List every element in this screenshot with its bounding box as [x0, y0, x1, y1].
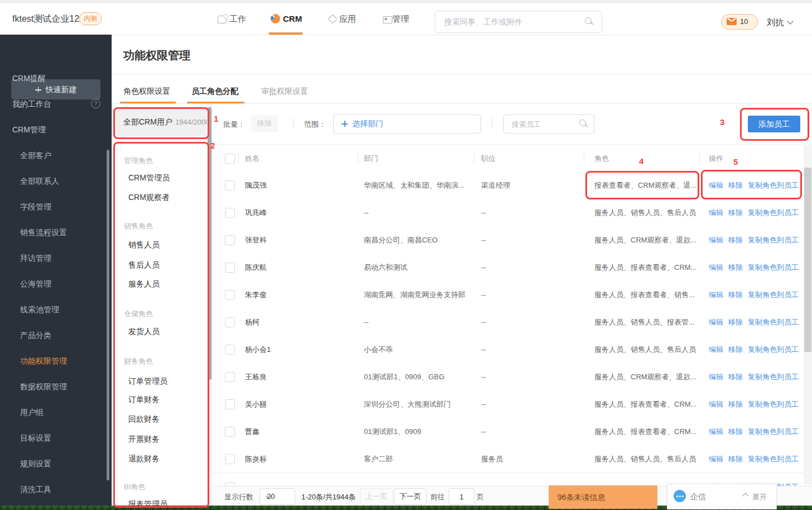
global-search-input[interactable] — [443, 16, 574, 28]
prev-page-button[interactable]: 上一页 — [360, 488, 393, 505]
role-item-order-finance[interactable]: 订单财务 — [128, 394, 160, 404]
copy-role-link[interactable]: 复制角色到员工 — [748, 236, 799, 244]
edit-link[interactable]: 编辑 — [709, 236, 723, 244]
role-item-sales[interactable]: 销售人员 — [128, 240, 160, 250]
row-checkbox[interactable] — [225, 235, 235, 245]
role-item-aftersales[interactable]: 售后人员 — [128, 260, 160, 270]
nav-item-apps[interactable]: 应用 — [339, 14, 356, 25]
expand-label[interactable]: 展开 — [752, 492, 767, 502]
copy-role-link[interactable]: 复制角色到员工 — [748, 318, 799, 326]
remove-link[interactable]: 移除 — [728, 427, 743, 436]
remove-link[interactable]: 移除 — [728, 181, 743, 189]
copy-role-link[interactable]: 复制角色到员工 — [748, 181, 799, 189]
copy-role-link[interactable]: 复制角色到员工 — [748, 345, 799, 354]
role-item-invoice-finance[interactable]: 开票财务 — [128, 434, 160, 444]
sidebar-scrollbar-thumb[interactable] — [107, 150, 109, 480]
edit-link[interactable]: 编辑 — [709, 208, 723, 217]
copy-role-link[interactable]: 复制角色到员工 — [748, 208, 799, 217]
sidebar-item-lead-pool[interactable]: 线索池管理 — [20, 304, 59, 314]
role-item-shipping[interactable]: 发货人员 — [128, 326, 160, 336]
edit-link[interactable]: 编辑 — [709, 345, 723, 354]
sidebar-item-sales-flow[interactable]: 销售流程设置 — [20, 227, 67, 237]
tab-approval-permission[interactable]: 审批权限设置 — [261, 86, 308, 96]
row-checkbox[interactable] — [225, 345, 235, 355]
row-checkbox[interactable] — [225, 180, 235, 190]
sidebar-item-all-customers[interactable]: 全部客户 — [20, 150, 51, 160]
row-checkbox[interactable] — [225, 454, 235, 464]
select-department-box[interactable]: 选择部门 — [333, 115, 481, 134]
edit-link[interactable]: 编辑 — [709, 290, 723, 299]
copy-role-link[interactable]: 复制角色到员工 — [748, 290, 799, 299]
sidebar-item-all-contacts[interactable]: 全部联系人 — [20, 176, 59, 186]
role-item-crm-observer[interactable]: CRM观察者 — [128, 192, 170, 202]
remove-link[interactable]: 移除 — [728, 236, 743, 244]
chevron-down-icon[interactable] — [787, 18, 793, 24]
edit-link[interactable]: 编辑 — [709, 263, 723, 271]
sidebar-item-visit-mgmt[interactable]: 拜访管理 — [20, 253, 51, 263]
remove-link[interactable]: 移除 — [728, 455, 743, 463]
edit-link[interactable]: 编辑 — [709, 455, 723, 463]
user-menu[interactable]: 刘抗 — [767, 17, 784, 28]
nav-item-admin[interactable]: 管理 — [392, 14, 409, 25]
remove-link[interactable]: 移除 — [728, 208, 743, 217]
copy-role-link[interactable]: 复制角色到员工 — [748, 373, 799, 381]
row-checkbox[interactable] — [225, 399, 235, 409]
sidebar-item-public-sea[interactable]: 公海管理 — [20, 279, 51, 289]
row-checkbox[interactable] — [225, 290, 235, 300]
tab-employee-role[interactable]: 员工角色分配 — [191, 86, 238, 96]
copy-role-link[interactable]: 复制角色到员工 — [748, 455, 799, 463]
rows-per-page-select[interactable]: 20 — [260, 488, 295, 505]
edit-link[interactable]: 编辑 — [709, 373, 723, 381]
remove-link[interactable]: 移除 — [728, 400, 743, 408]
row-checkbox[interactable] — [225, 263, 235, 273]
role-item-payment-finance[interactable]: 回款财务 — [128, 414, 160, 424]
edit-link[interactable]: 编辑 — [709, 400, 723, 408]
role-item-order-admin[interactable]: 订单管理员 — [128, 376, 167, 386]
unread-messages-toast[interactable]: 96条未读信息 — [549, 485, 657, 509]
sidebar-item-product-category[interactable]: 产品分类 — [20, 330, 51, 340]
next-page-button[interactable]: 下一页 — [394, 488, 426, 505]
role-item-service[interactable]: 服务人员 — [128, 279, 160, 289]
sidebar-item-clean-tool[interactable]: 清洗工具 — [20, 484, 51, 494]
edit-link[interactable]: 编辑 — [709, 427, 723, 436]
copy-role-link[interactable]: 复制角色到员工 — [748, 263, 799, 271]
table-scrollbar-thumb[interactable] — [804, 168, 811, 352]
employee-search-input[interactable] — [511, 118, 574, 130]
sidebar-item-crm-admin[interactable]: CRM管理 — [12, 125, 46, 135]
copy-role-link[interactable]: 复制角色到员工 — [748, 400, 799, 408]
tab-role-permission[interactable]: 角色权限设置 — [123, 86, 170, 96]
plus-icon — [35, 87, 41, 93]
sidebar-item-user-group[interactable]: 用户组 — [20, 407, 44, 417]
add-employee-button[interactable]: 添加员工 — [748, 116, 800, 132]
remove-link[interactable]: 移除 — [728, 318, 743, 326]
batch-remove-button[interactable]: 移除 — [251, 115, 278, 132]
remove-link[interactable]: 移除 — [728, 373, 743, 381]
remove-link[interactable]: 移除 — [728, 290, 743, 299]
remove-link[interactable]: 移除 — [728, 345, 743, 354]
mail-badge[interactable]: 10 — [721, 14, 758, 30]
remove-link[interactable]: 移除 — [728, 263, 743, 271]
row-checkbox[interactable] — [225, 208, 235, 218]
row-checkbox[interactable] — [225, 372, 235, 382]
help-icon[interactable]: ? — [91, 99, 100, 108]
sidebar-item-goal-setting[interactable]: 目标设置 — [20, 433, 51, 443]
nav-item-work[interactable]: 工作 — [229, 14, 246, 25]
sidebar-item-my-workbench[interactable]: 我的工作台 — [12, 99, 51, 109]
select-all-checkbox[interactable] — [225, 154, 235, 164]
edit-link[interactable]: 编辑 — [709, 318, 723, 326]
sidebar-item-function-permission[interactable]: 功能权限管理 — [20, 356, 67, 366]
role-item-refund-finance[interactable]: 退款财务 — [128, 454, 160, 464]
sidebar-item-rule-setting[interactable]: 规则设置 — [20, 459, 51, 469]
cell-dept: 南昌分公司、南昌CEO — [364, 235, 481, 245]
copy-role-link[interactable]: 复制角色到员工 — [748, 427, 799, 436]
nav-item-crm[interactable]: CRM — [283, 14, 302, 23]
role-item-crm-admin[interactable]: CRM管理员 — [128, 173, 170, 183]
sidebar-item-field-mgmt[interactable]: 字段管理 — [20, 202, 51, 212]
sidebar-item-crm-reminder[interactable]: CRM提醒 — [12, 73, 46, 83]
page-number-input[interactable] — [449, 488, 474, 505]
chat-dock[interactable]: 企信 展开 — [667, 484, 777, 509]
sidebar-item-data-permission[interactable]: 数据权限管理 — [20, 382, 67, 392]
row-checkbox[interactable] — [225, 427, 235, 437]
row-checkbox[interactable] — [225, 317, 235, 327]
edit-link[interactable]: 编辑 — [709, 181, 723, 189]
